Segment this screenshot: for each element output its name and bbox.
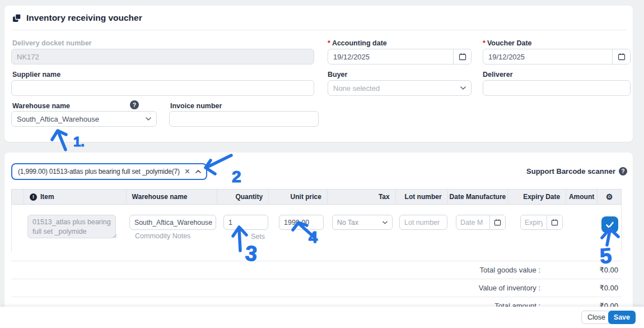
total-goods-value-label: Total goods value : [480, 266, 540, 274]
warehouse-column-header: Warehouse name [127, 190, 218, 204]
calendar-icon [494, 219, 501, 226]
item-row: 01513_atlas plus bearing full set _polym… [11, 205, 622, 252]
amount-column-header: Amount [566, 190, 598, 204]
lot-number-input[interactable] [399, 215, 447, 230]
buyer-select[interactable]: None selected [328, 80, 472, 96]
quantity-input[interactable] [223, 215, 268, 230]
check-icon [605, 221, 614, 229]
warehouse-select[interactable]: South_Aftica_Warehouse [11, 111, 157, 127]
date-manufacture-column-header: Date Manufacture [448, 190, 508, 204]
barcode-scanner-label: Support Barcode scanner [526, 167, 615, 175]
close-button[interactable]: Close [581, 311, 612, 324]
calendar-icon [551, 219, 558, 226]
item-column-header: ! Item [24, 190, 127, 204]
warehouse-select-value: South_Aftica_Warehouse [17, 115, 99, 123]
value-of-inventory-amount: ₹0.00 [540, 284, 618, 292]
voucher-date-input[interactable] [483, 49, 612, 64]
supplier-name-label: Supplier name [12, 71, 60, 78]
buyer-select-value: None selected [333, 84, 380, 93]
commodity-notes-link[interactable]: Commodity Notes [135, 232, 190, 240]
unit-label: Sets [223, 233, 265, 241]
item-name-textarea: 01513_atlas plus bearing full set _polym… [27, 215, 116, 238]
voucher-date-label: *Voucher Date [483, 39, 532, 47]
warehouse-help-icon[interactable]: ? [130, 100, 139, 109]
voucher-date-calendar-button[interactable] [612, 49, 630, 64]
tax-column-header: Tax [328, 190, 396, 204]
voucher-form-card: Inventory receiving voucher Delivery doc… [4, 6, 633, 142]
unit-price-column-header: Unit price [269, 190, 328, 204]
warehouse-name-label: Warehouse name [12, 102, 70, 110]
chevron-up-icon[interactable] [195, 170, 201, 173]
item-search-select[interactable]: (1,999.00) 01513-atlas plus bearing full… [11, 163, 207, 180]
items-card: (1,999.00) 01513-atlas plus bearing full… [4, 153, 633, 328]
deliverer-input[interactable] [483, 80, 631, 96]
card-header: Inventory receiving voucher [12, 13, 142, 23]
header-divider [11, 30, 626, 30]
item-search-select-value: (1,999.00) 01513-atlas plus bearing full… [18, 168, 181, 175]
total-goods-value-row: Total goods value : ₹0.00 [11, 261, 622, 279]
value-of-inventory-row: Value of inventory : ₹0.00 [11, 279, 622, 297]
gear-icon[interactable]: ⚙ [606, 192, 613, 201]
voucher-layers-icon [12, 13, 22, 23]
expiry-calendar-button[interactable] [547, 215, 562, 229]
select-column-header [12, 190, 24, 204]
action-bar: Close Save [0, 307, 644, 328]
accounting-date-calendar-button[interactable] [453, 49, 471, 64]
date-manufacture-group [456, 215, 506, 230]
quantity-column-header: Quantity [217, 190, 269, 204]
barcode-help-icon[interactable]: ? [619, 167, 627, 175]
row-warehouse-value: South_Aftica_Warehouse [134, 219, 212, 227]
expiry-date-group [520, 215, 563, 230]
delivery-docket-label: Delivery docket number [12, 39, 92, 47]
accounting-date-label: *Accounting date [328, 39, 387, 47]
chevron-down-icon [382, 221, 388, 224]
invoice-number-input[interactable] [169, 111, 319, 127]
invoice-number-label: Invoice number [170, 102, 222, 110]
barcode-scanner-hint: Support Barcode scanner ? [526, 167, 627, 175]
expiry-date-input[interactable] [521, 215, 547, 229]
value-of-inventory-label: Value of inventory : [479, 284, 540, 292]
voucher-date-group [483, 49, 631, 64]
calendar-icon [459, 53, 466, 61]
confirm-row-button[interactable] [601, 216, 618, 233]
items-table-header: ! Item Warehouse name Quantity Unit pric… [11, 189, 622, 205]
delivery-docket-input [11, 49, 314, 64]
accounting-date-group [328, 49, 472, 64]
total-goods-value-amount: ₹0.00 [540, 266, 618, 274]
supplier-name-input[interactable] [11, 80, 314, 96]
expiry-date-column-header: Expiry Date [508, 190, 566, 204]
row-warehouse-select[interactable]: South_Aftica_Warehouse [129, 215, 216, 230]
unit-price-input[interactable] [279, 215, 324, 230]
accounting-date-input[interactable] [328, 49, 453, 64]
inventory-receiving-voucher-page: Inventory receiving voucher Delivery doc… [0, 0, 644, 328]
calendar-icon [618, 53, 626, 61]
tax-select-value: No Tax [337, 219, 358, 227]
chevron-down-icon [460, 86, 466, 90]
required-asterisk: * [483, 39, 486, 47]
buyer-label: Buyer [328, 71, 347, 78]
page-title: Inventory receiving voucher [26, 13, 142, 23]
chevron-down-icon [146, 117, 151, 121]
tax-select[interactable]: No Tax [332, 215, 393, 230]
clear-selection-icon[interactable]: × [185, 167, 190, 176]
required-asterisk: * [328, 39, 330, 47]
info-icon[interactable]: ! [30, 193, 37, 201]
save-button[interactable]: Save [608, 311, 636, 324]
date-manufacture-input[interactable] [456, 215, 489, 229]
lot-number-column-header: Lot number [396, 190, 448, 204]
deliverer-label: Deliverer [483, 71, 513, 78]
column-settings-header: ⚙ [598, 190, 621, 204]
date-manufacture-calendar-button[interactable] [489, 215, 505, 229]
